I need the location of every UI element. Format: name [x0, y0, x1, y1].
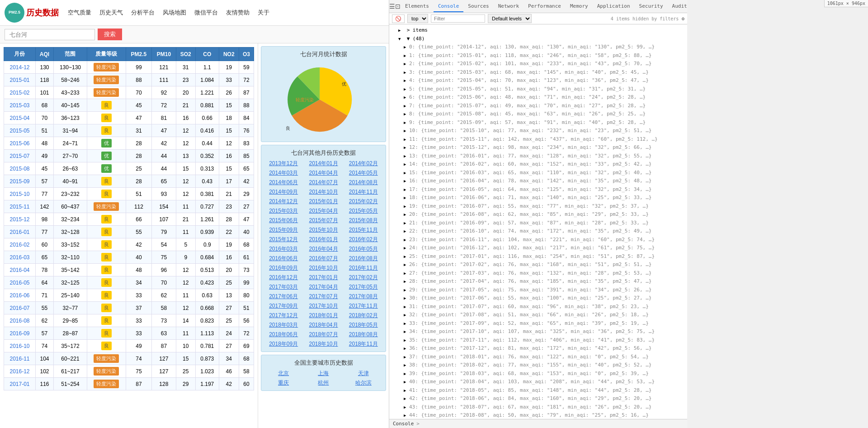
levels-select[interactable]: Default levels	[488, 14, 532, 23]
history-link[interactable]: 2017年11月	[345, 302, 382, 310]
date-cell[interactable]: 2016-11	[4, 352, 36, 365]
date-cell[interactable]: 2016-09	[4, 327, 36, 340]
history-link[interactable]: 2016年10月	[305, 264, 342, 272]
history-link[interactable]: 2015年05月	[345, 207, 382, 215]
history-link[interactable]: 2016年09月	[265, 264, 302, 272]
history-link[interactable]: 2016年04月	[305, 245, 342, 253]
history-link[interactable]: 2017年10月	[305, 302, 342, 310]
history-link[interactable]: 2015年02月	[345, 198, 382, 205]
nav-item-风场地图[interactable]: 风场地图	[163, 9, 186, 17]
history-link[interactable]: 2017年05月	[345, 283, 382, 291]
date-cell[interactable]: 2015-01	[4, 74, 36, 86]
history-link[interactable]: 2015年08月	[345, 217, 382, 224]
date-cell[interactable]: 2015-04	[4, 112, 36, 124]
history-link[interactable]: 2017年09月	[265, 302, 302, 310]
dt-tab-memory[interactable]: Memory	[566, 1, 593, 12]
context-select[interactable]: top	[407, 14, 428, 23]
history-link[interactable]: 2014年01月	[305, 160, 342, 167]
items-arrow[interactable]	[398, 27, 404, 34]
date-cell[interactable]: 2015-11	[4, 200, 36, 213]
entry-arrow[interactable]	[404, 353, 409, 361]
date-cell[interactable]: 2016-01	[4, 226, 36, 238]
entry-arrow[interactable]	[404, 412, 409, 419]
history-link[interactable]: 2018年11月	[345, 340, 382, 348]
entry-arrow[interactable]	[404, 395, 409, 403]
entry-arrow[interactable]	[404, 345, 409, 352]
search-button[interactable]: 搜索	[98, 29, 122, 40]
date-cell[interactable]: 2016-08	[4, 314, 36, 327]
city-link[interactable]: 上海	[305, 370, 342, 377]
entry-arrow[interactable]	[404, 361, 409, 369]
entry-arrow[interactable]	[404, 370, 409, 378]
nav-item-历史天气[interactable]: 历史天气	[99, 9, 123, 17]
history-link[interactable]: 2014年03月	[265, 169, 302, 177]
search-input[interactable]	[5, 29, 95, 40]
dt-tab-security[interactable]: Security	[635, 1, 668, 12]
entry-arrow[interactable]	[404, 228, 409, 235]
date-cell[interactable]: 2016-06	[4, 289, 36, 302]
date-cell[interactable]: 2015-05	[4, 124, 36, 137]
history-link[interactable]: 2015年10月	[305, 226, 342, 234]
history-link[interactable]: 2018年10月	[305, 340, 342, 348]
entry-arrow[interactable]	[404, 110, 409, 118]
entry-arrow[interactable]	[404, 43, 409, 51]
date-cell[interactable]: 2016-03	[4, 251, 36, 264]
date-cell[interactable]: 2016-10	[4, 340, 36, 352]
history-link[interactable]: 2016年01月	[305, 236, 342, 243]
history-link[interactable]: 2016年12月	[265, 274, 302, 281]
history-link[interactable]: 2018年01月	[305, 312, 342, 319]
entry-arrow[interactable]	[404, 203, 409, 210]
history-link[interactable]: 2015年06月	[265, 217, 302, 224]
date-cell[interactable]: 2015-03	[4, 99, 36, 112]
date-cell[interactable]: 2015-08	[4, 162, 36, 175]
entry-arrow[interactable]	[404, 152, 409, 160]
date-cell[interactable]: 2015-12	[4, 213, 36, 226]
filter-input[interactable]	[431, 14, 485, 23]
entry-arrow[interactable]	[404, 136, 409, 143]
entry-arrow[interactable]	[404, 337, 409, 344]
history-link[interactable]: 2014年09月	[265, 188, 302, 196]
date-cell[interactable]: 2016-02	[4, 238, 36, 251]
history-link[interactable]: 2015年11月	[345, 226, 382, 234]
entry-arrow[interactable]	[404, 295, 409, 302]
dt-tab-application[interactable]: Application	[593, 1, 635, 12]
clear-console-btn[interactable]: 🚫	[392, 14, 405, 23]
history-link[interactable]: 2015年04月	[305, 207, 342, 215]
entry-arrow[interactable]	[404, 52, 409, 60]
entry-arrow[interactable]	[404, 177, 409, 185]
history-link[interactable]: 2016年08月	[345, 255, 382, 262]
entry-arrow[interactable]	[404, 311, 409, 319]
history-link[interactable]: 2017年01月	[305, 274, 342, 281]
dt-tab-network[interactable]: Network	[494, 1, 524, 12]
entry-arrow[interactable]	[404, 194, 409, 202]
nav-item-分析平台[interactable]: 分析平台	[131, 9, 155, 17]
date-cell[interactable]: 2015-02	[4, 86, 36, 99]
date-cell[interactable]: 2016-04	[4, 264, 36, 276]
history-link[interactable]: 2018年04月	[305, 321, 342, 329]
city-link[interactable]: 重庆	[265, 379, 302, 387]
entry-arrow[interactable]	[404, 94, 409, 101]
history-link[interactable]: 2016年11月	[345, 264, 382, 272]
city-link[interactable]: 天津	[345, 370, 382, 377]
entry-arrow[interactable]	[404, 303, 409, 311]
history-link[interactable]: 2014年07月	[305, 179, 342, 186]
entry-arrow[interactable]	[404, 236, 409, 244]
history-link[interactable]: 2017年04月	[305, 283, 342, 291]
entry-arrow[interactable]	[404, 270, 409, 277]
city-link[interactable]: 北京	[265, 370, 302, 377]
dt-tab-performance[interactable]: Performance	[524, 1, 566, 12]
entry-arrow[interactable]	[404, 127, 409, 135]
dt-tab-elements[interactable]: Elements	[401, 1, 434, 12]
entry-arrow[interactable]	[404, 77, 409, 85]
history-link[interactable]: 2016年06月	[265, 255, 302, 262]
entry-arrow[interactable]	[404, 169, 409, 177]
date-cell[interactable]: 2014-12	[4, 61, 36, 74]
count-arrow[interactable]	[398, 35, 404, 43]
history-link[interactable]: 2014年11月	[345, 188, 382, 196]
history-link[interactable]: 2015年03月	[265, 207, 302, 215]
history-link[interactable]: 2017年06月	[265, 293, 302, 300]
nav-item-空气质量[interactable]: 空气质量	[68, 9, 91, 17]
entry-arrow[interactable]	[404, 404, 409, 411]
history-link[interactable]: 2013年12月	[265, 160, 302, 167]
entry-arrow[interactable]	[404, 211, 409, 219]
